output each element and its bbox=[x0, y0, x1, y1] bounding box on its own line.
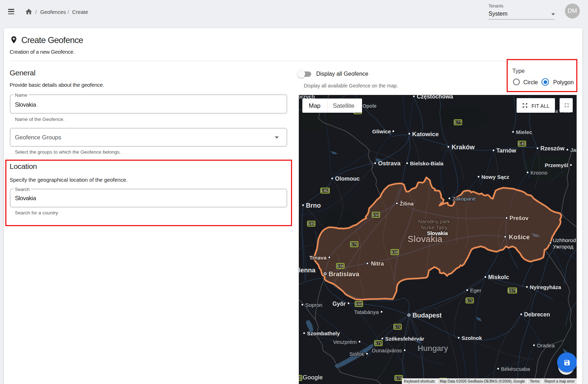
svg-text:E50: E50 bbox=[373, 213, 379, 217]
svg-text:Krosno: Krosno bbox=[530, 170, 547, 176]
svg-text:Siófok: Siófok bbox=[349, 351, 364, 357]
svg-text:Miskolc: Miskolc bbox=[488, 274, 509, 280]
svg-text:Ostrava: Ostrava bbox=[378, 160, 401, 167]
svg-text:E71: E71 bbox=[466, 299, 473, 303]
svg-text:Przemyśl: Przemyśl bbox=[545, 162, 568, 168]
svg-text:Vienna: Vienna bbox=[299, 267, 316, 274]
svg-text:Szombathely: Szombathely bbox=[307, 330, 340, 336]
svg-text:Gliwice: Gliwice bbox=[372, 128, 391, 134]
svg-text:E71: E71 bbox=[394, 325, 401, 329]
svg-text:Jarosław: Jarosław bbox=[570, 147, 577, 153]
svg-text:Tatabánya: Tatabánya bbox=[354, 309, 379, 315]
svg-text:Tarnów: Tarnów bbox=[496, 148, 516, 154]
svg-text:E75: E75 bbox=[351, 242, 357, 246]
svg-text:Eger: Eger bbox=[470, 287, 481, 293]
svg-text:Székesfehérvár: Székesfehérvár bbox=[385, 336, 424, 342]
svg-text:Bratislava: Bratislava bbox=[329, 271, 360, 278]
svg-text:Szolnok: Szolnok bbox=[462, 335, 482, 341]
svg-text:Békéscsaba: Békéscsaba bbox=[501, 366, 530, 372]
svg-text:Brno: Brno bbox=[306, 202, 321, 209]
svg-text:Rzeszów: Rzeszów bbox=[540, 145, 565, 151]
svg-text:Veszprém: Veszprém bbox=[333, 339, 357, 345]
svg-text:Győr: Győr bbox=[333, 301, 346, 307]
svg-text:Prešov: Prešov bbox=[509, 215, 528, 221]
svg-text:Hungary: Hungary bbox=[417, 344, 448, 353]
svg-text:Dunaújváros: Dunaújváros bbox=[372, 347, 402, 353]
svg-text:E65: E65 bbox=[308, 222, 314, 226]
svg-text:Slovakia: Slovakia bbox=[427, 230, 448, 236]
svg-text:Žilina: Žilina bbox=[400, 201, 414, 207]
svg-text:Olomouc: Olomouc bbox=[335, 176, 360, 182]
svg-text:Trnava: Trnava bbox=[309, 255, 327, 261]
svg-text:Nowy Sącz: Nowy Sącz bbox=[481, 174, 509, 180]
svg-text:Nitra: Nitra bbox=[371, 261, 384, 267]
svg-text:Oradea: Oradea bbox=[537, 342, 555, 348]
svg-text:Ужгород: Ужгород bbox=[553, 244, 573, 250]
svg-text:Národný park: Národný park bbox=[418, 218, 451, 224]
svg-text:Zakopane: Zakopane bbox=[452, 196, 476, 202]
svg-text:Katowice: Katowice bbox=[412, 131, 439, 138]
svg-text:E73: E73 bbox=[395, 376, 402, 380]
svg-text:E40: E40 bbox=[519, 142, 525, 146]
svg-text:E462: E462 bbox=[321, 189, 329, 193]
svg-text:Košice: Košice bbox=[509, 234, 530, 241]
svg-text:Mielec: Mielec bbox=[516, 129, 532, 135]
svg-text:Bielsko-Biala: Bielsko-Biala bbox=[410, 160, 444, 166]
svg-text:Nyíregyháza: Nyíregyháza bbox=[530, 284, 561, 290]
svg-text:Uzhhorod: Uzhhorod bbox=[553, 237, 576, 243]
svg-text:Nízke Tatry: Nízke Tatry bbox=[421, 224, 448, 230]
svg-text:Kraków: Kraków bbox=[452, 144, 475, 151]
svg-text:Opole: Opole bbox=[362, 103, 377, 109]
svg-text:E58: E58 bbox=[337, 264, 344, 268]
svg-text:Debrecen: Debrecen bbox=[524, 311, 550, 318]
svg-text:E58: E58 bbox=[392, 250, 398, 254]
svg-text:Sopron: Sopron bbox=[305, 302, 322, 308]
svg-text:E71: E71 bbox=[375, 341, 382, 345]
svg-text:E60: E60 bbox=[356, 302, 362, 306]
svg-text:Budapest: Budapest bbox=[412, 312, 442, 319]
svg-text:E579: E579 bbox=[508, 289, 517, 293]
svg-text:Częstochowa: Częstochowa bbox=[417, 95, 453, 100]
svg-text:E77: E77 bbox=[455, 121, 461, 124]
svg-text:E65: E65 bbox=[299, 376, 301, 380]
